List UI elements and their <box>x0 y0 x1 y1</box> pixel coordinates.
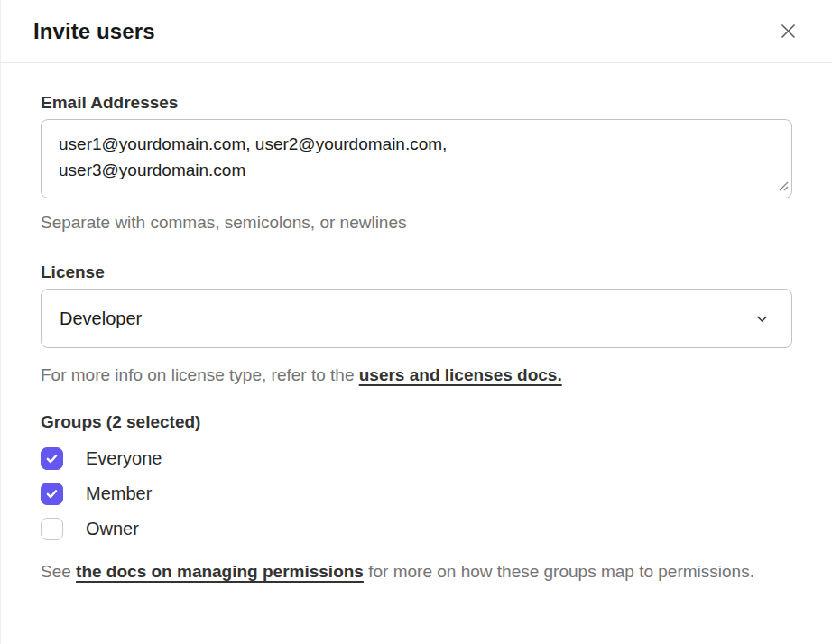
license-helper-prefix: For more info on license type, refer to … <box>41 365 359 384</box>
groups-section: Groups (2 selected) Everyone Member <box>41 412 792 584</box>
modal-header: Invite users <box>1 0 832 63</box>
close-button[interactable] <box>773 16 803 46</box>
managing-permissions-docs-link[interactable]: the docs on managing permissions <box>76 562 364 581</box>
license-label: License <box>41 262 792 282</box>
page-title: Invite users <box>33 19 155 44</box>
email-helper-text: Separate with commas, semicolons, or new… <box>41 209 792 235</box>
checkbox-owner[interactable] <box>41 518 63 540</box>
license-helper-text: For more info on license type, refer to … <box>41 362 792 388</box>
chevron-down-icon <box>754 311 770 327</box>
checkmark-icon <box>44 486 60 501</box>
groups-helper-suffix: for more on how these groups map to perm… <box>364 562 754 581</box>
groups-helper-text: See the docs on managing permissions for… <box>41 558 792 584</box>
license-section: License Developer For more info on licen… <box>41 262 792 388</box>
modal-body: Email Addresses user1@yourdomain.com, us… <box>1 63 832 584</box>
email-textarea-wrap: user1@yourdomain.com, user2@yourdomain.c… <box>41 119 792 198</box>
close-icon <box>777 20 800 42</box>
group-label-owner: Owner <box>86 519 139 539</box>
email-addresses-label: Email Addresses <box>41 93 792 113</box>
groups-label: Groups (2 selected) <box>41 412 792 432</box>
checkbox-everyone[interactable] <box>41 447 63 470</box>
users-licenses-docs-link[interactable]: users and licenses docs. <box>359 365 562 384</box>
license-select[interactable]: Developer <box>41 289 792 348</box>
group-row-member[interactable]: Member <box>41 483 792 505</box>
group-label-everyone: Everyone <box>86 448 162 469</box>
checkbox-member[interactable] <box>41 483 63 505</box>
email-addresses-input[interactable]: user1@yourdomain.com, user2@yourdomain.c… <box>41 119 792 198</box>
groups-helper-prefix: See <box>41 562 76 581</box>
checkmark-icon <box>44 451 60 466</box>
group-label-member: Member <box>86 483 152 504</box>
group-row-everyone[interactable]: Everyone <box>41 447 792 470</box>
license-selected-value: Developer <box>60 308 142 329</box>
group-row-owner[interactable]: Owner <box>41 518 792 540</box>
